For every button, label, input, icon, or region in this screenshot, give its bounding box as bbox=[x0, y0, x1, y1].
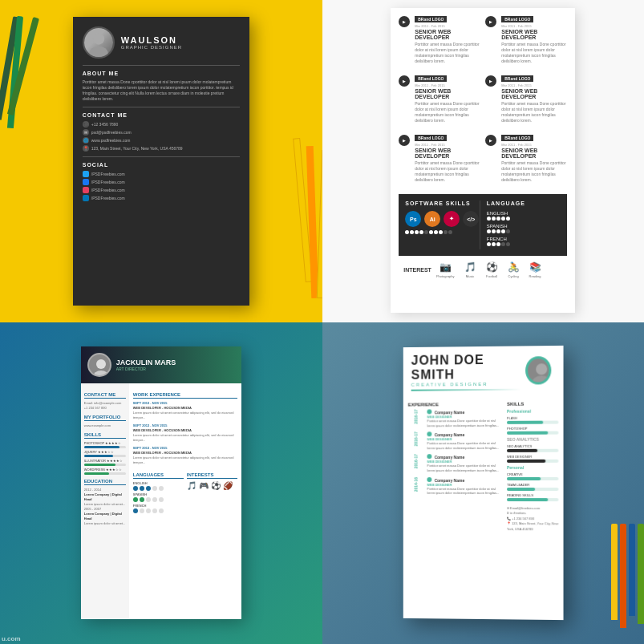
job-desc-3: Porttitor amet massa Done cporttitor dol… bbox=[415, 101, 480, 124]
exp-item-2: SEPT 2013 - NOV 2015 WEB DEVELOPER - HOC… bbox=[133, 423, 237, 443]
job-desc-br-3: Porttitor amet massa Done cporttitor dol… bbox=[427, 464, 503, 473]
exp-item-br-2: 2016-17 Company Name WEB DESIGNER Portti… bbox=[408, 431, 502, 451]
interests-section: INTERESTS 🎵 🎮 ⚽ 🏈 bbox=[187, 468, 237, 513]
resume-colorful: JACKULIN MARS ART DIRECTOR CONTACT ME Em… bbox=[81, 346, 241, 619]
reading-skills-progress: READING SKILLS bbox=[507, 493, 558, 501]
ai-icon: Ai bbox=[424, 211, 440, 227]
illustrator-bar bbox=[84, 464, 115, 466]
lang-french: FRENCH bbox=[487, 237, 561, 246]
football-icon-bl: ⚽ bbox=[211, 481, 221, 490]
team-leader-fill bbox=[507, 488, 535, 491]
reading-skills-fill bbox=[507, 498, 548, 501]
interest-icons-row: 📷 Photography 🎵 Music ⚽ Football 🚴 Cycli… bbox=[436, 261, 541, 278]
resume-paper: JOHN DOE SMITH Creative Designer Experie… bbox=[403, 346, 564, 620]
svg-point-5 bbox=[532, 376, 551, 385]
languages-section: LANGUAGES ENGLISH SPANISH bbox=[133, 468, 184, 513]
interest-football: ⚽ Football bbox=[486, 261, 498, 278]
web-designer-progress: WEB DESIGNER bbox=[507, 455, 558, 463]
interest-music-label: Music bbox=[466, 274, 474, 278]
paper-name: JOHN DOE SMITH bbox=[411, 353, 521, 383]
paper-subtitle: Creative Designer bbox=[411, 382, 521, 387]
paper-header: JOHN DOE SMITH Creative Designer bbox=[403, 346, 564, 398]
exp-content-4: Company Name WEB DESIGNER Porttitor amet… bbox=[427, 477, 503, 496]
teal-dot-3 bbox=[427, 455, 432, 460]
timeline-content-2: BRand LOGO Mar 2011 - Feb 2015 SENIOR WE… bbox=[501, 16, 567, 64]
portfolio-section-label: MY PORTFOLIO bbox=[84, 415, 126, 421]
game-icon-bl: 🎮 bbox=[199, 481, 209, 490]
paper-left-col: Experience 2016-17 Company Name WEB DESI… bbox=[403, 397, 507, 620]
timeline-dot-4 bbox=[485, 75, 496, 87]
job-desc-1: Porttitor amet massa Done cporttitor dol… bbox=[415, 42, 480, 64]
ps-icon: Ps bbox=[405, 211, 421, 227]
social-text-2: /PSDFreebies.com bbox=[91, 180, 125, 184]
email-text: psd@psdfreebies.com bbox=[91, 130, 132, 135]
website-text: www.psdfreebies.com bbox=[91, 138, 131, 143]
wordpress-bar bbox=[84, 472, 109, 475]
colorful-left-col: CONTACT ME Email: info@example.com +1 23… bbox=[81, 383, 129, 619]
web-designer-fill bbox=[507, 460, 545, 463]
seo-label: SEO ANALYTICS bbox=[507, 437, 558, 442]
divider bbox=[83, 65, 240, 66]
photoshop-bar bbox=[84, 446, 119, 448]
pencil-green bbox=[638, 524, 644, 624]
timeline-item-6: BRand LOGO Mar 2011 - Feb 2015 SENIOR WE… bbox=[485, 135, 567, 183]
svg-point-1 bbox=[89, 46, 107, 59]
exp-section-label: WORK EXPERIENCE bbox=[133, 392, 237, 399]
dot-3 bbox=[415, 230, 419, 234]
lang-section-label: LANGUAGES bbox=[133, 472, 184, 479]
timeline-content-6: BRand LOGO Mar 2011 - Feb 2015 SENIOR WE… bbox=[501, 135, 567, 183]
avatar bbox=[83, 26, 115, 59]
job-desc-br-1: Porttitor amet massa Done cporttitor dol… bbox=[427, 419, 503, 428]
exp-year-2: 2016-17 bbox=[414, 432, 419, 447]
job-title-4: SENIOR WEB DEVELOPER bbox=[501, 88, 567, 99]
logo-badge-3: BRand LOGO bbox=[415, 75, 447, 82]
colorful-name-block: JACKULIN MARS ART DIRECTOR bbox=[116, 358, 176, 371]
timeline-dot-5 bbox=[399, 135, 410, 146]
date-5: Mar 2011 - Feb 2015 bbox=[415, 143, 480, 147]
contact-section-label: CONTACT ME bbox=[84, 392, 126, 399]
lang-spanish: SPANISH bbox=[487, 224, 561, 233]
right-pencils bbox=[611, 524, 644, 628]
exp-item-br-3: 2016-17 Company Name WEB DESIGNER Portti… bbox=[408, 455, 502, 473]
interests-section-label: INTERESTS bbox=[187, 472, 237, 479]
resume-dark: WAULSON GRAPHIC DESIGNER ABOUT ME Portti… bbox=[73, 17, 249, 306]
profile-header: WAULSON GRAPHIC DESIGNER bbox=[83, 26, 240, 59]
dot-5 bbox=[424, 230, 428, 234]
linkedin-icon bbox=[83, 195, 89, 201]
photoshop-progress: PHOTOSHOP bbox=[507, 427, 558, 435]
exp-item-br-4: 2014-16 Company Name WEB DESIGNER Portti… bbox=[408, 477, 502, 496]
timeline-item-4: BRand LOGO Mar 2011 - Feb 2015 SENIOR WE… bbox=[485, 75, 567, 124]
exp-year-1: 2016-17 bbox=[414, 410, 419, 424]
dot-10 bbox=[448, 230, 452, 234]
exp-year-3: 2016-17 bbox=[414, 455, 419, 469]
lang-french-dots bbox=[487, 242, 561, 246]
skill-illustrator: ILLUSTRATOR ★★★★☆ bbox=[84, 459, 126, 466]
flash-progress: FLASH bbox=[507, 416, 558, 424]
exp-section-title: Experience bbox=[408, 402, 502, 407]
interest-cycling-label: Cycling bbox=[508, 274, 519, 278]
date-1: Mar 2011 - Feb 2015 bbox=[415, 24, 480, 28]
logo-badge-4: BRand LOGO bbox=[501, 75, 533, 82]
logo-badge-1: BRand LOGO bbox=[415, 16, 447, 22]
skill-bars: PHOTOSHOP ★★★★☆ JQUERY ★★★☆☆ ILLUSTRATOR… bbox=[84, 441, 126, 475]
fr-dots bbox=[133, 508, 184, 513]
pencil-yellow bbox=[611, 524, 618, 620]
dot-1 bbox=[405, 230, 409, 234]
lang-french-name: FRENCH bbox=[487, 237, 561, 241]
resume-name: WAULSON bbox=[121, 35, 182, 45]
pencil-blue bbox=[629, 524, 635, 616]
dot-8 bbox=[439, 230, 443, 234]
edu-section-label: EDUCATION bbox=[84, 479, 126, 485]
address-text: 123, Main Street, Your City, New York, U… bbox=[91, 146, 183, 151]
exp-item-1: SEPT 2013 - NOV 2015 WEB DEVELOPER - HOC… bbox=[133, 401, 237, 420]
logo-badge-6: BRand LOGO bbox=[501, 135, 533, 141]
phone-text: +12 3456 7890 bbox=[91, 122, 119, 127]
camera-icon: 📷 bbox=[439, 261, 452, 273]
exp-content-1: Company Name WEB DESIGNER Porttitor amet… bbox=[427, 409, 503, 428]
timeline-dot-2 bbox=[485, 16, 496, 27]
paper-body: Experience 2016-17 Company Name WEB DESI… bbox=[403, 397, 564, 621]
dot-4 bbox=[419, 230, 423, 234]
twitter-icon bbox=[83, 171, 89, 177]
personal-label: Personal bbox=[507, 465, 558, 470]
skills-title: SOFTWARE SKILLS bbox=[405, 200, 480, 206]
